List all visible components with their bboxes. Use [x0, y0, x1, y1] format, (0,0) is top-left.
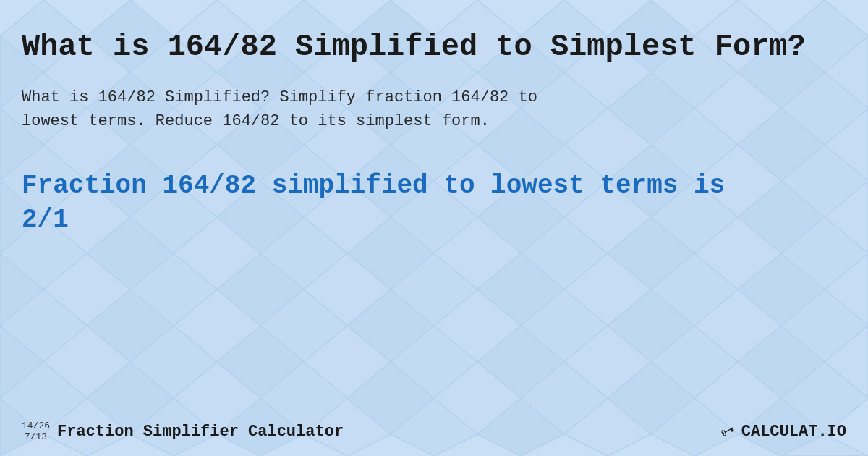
- page-title: What is 164/82 Simplified to Simplest Fo…: [22, 29, 846, 65]
- result-section: Fraction 164/82 simplified to lowest ter…: [22, 169, 846, 252]
- description-text: What is 164/82 Simplified? Simplify frac…: [22, 85, 846, 133]
- description-line1: What is 164/82 Simplified? Simplify frac…: [22, 88, 537, 106]
- result-title-line1: Fraction 164/82 simplified to lowest ter…: [22, 171, 725, 200]
- result-title: Fraction 164/82 simplified to lowest ter…: [22, 169, 846, 237]
- description-line2: lowest terms. Reduce 164/82 to its simpl…: [22, 112, 490, 130]
- result-value: 2/1: [22, 205, 69, 235]
